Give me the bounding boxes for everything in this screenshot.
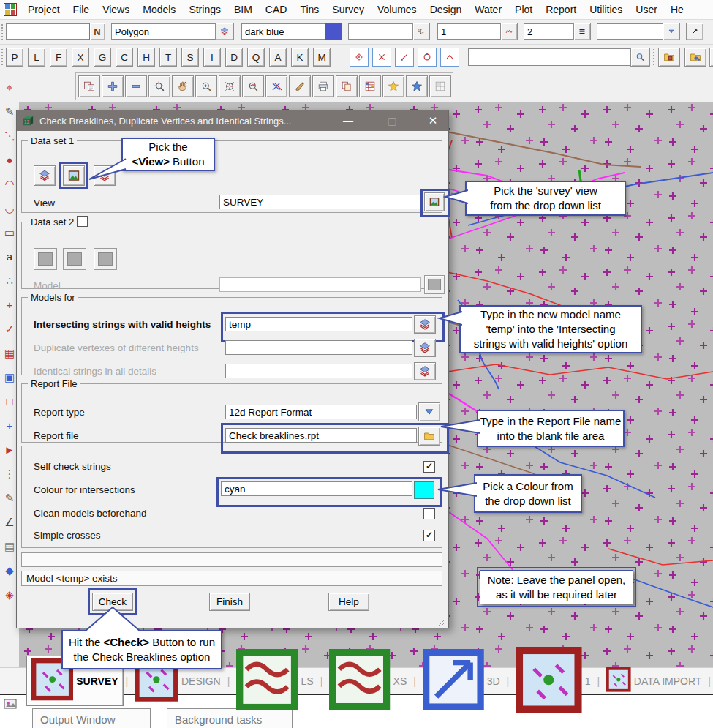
menu-water[interactable]: Water xyxy=(468,4,508,15)
pan-button[interactable] xyxy=(172,75,194,97)
finish-button[interactable]: Finish xyxy=(209,593,250,611)
snap-cross-icon[interactable] xyxy=(372,48,391,67)
letter-button-p[interactable]: P xyxy=(6,48,23,67)
panel-layout-button[interactable] xyxy=(429,75,451,97)
resize-grip[interactable] xyxy=(437,617,446,626)
z-value-field[interactable] xyxy=(348,23,418,40)
simple-crosses-checkbox[interactable]: ✓ xyxy=(423,530,435,541)
menu-design[interactable]: Design xyxy=(423,4,469,15)
dataset2-checkbox[interactable] xyxy=(77,216,88,227)
letter-button-d[interactable]: D xyxy=(225,48,243,67)
intersecting-input[interactable] xyxy=(225,317,412,331)
arrow-icon[interactable]: ► xyxy=(1,443,18,457)
string-type-chooser-icon[interactable] xyxy=(215,23,234,40)
menu-volumes[interactable]: Volumes xyxy=(371,4,423,15)
curve-icon[interactable]: ◡ xyxy=(1,201,18,215)
view-input[interactable] xyxy=(219,195,421,209)
copy-button[interactable] xyxy=(336,75,358,97)
box-icon[interactable]: ▣ xyxy=(1,370,18,384)
name-toggle-button[interactable]: N xyxy=(89,23,105,40)
tab-data-import[interactable]: DATA IMPORT xyxy=(602,665,706,697)
menu-cad[interactable]: CAD xyxy=(259,4,294,15)
snap-arc-icon[interactable] xyxy=(418,48,437,67)
string-type-field[interactable] xyxy=(111,23,221,40)
brush-button[interactable] xyxy=(289,75,311,97)
cyan-swatch-button[interactable] xyxy=(414,481,434,499)
menu-strings[interactable]: Strings xyxy=(182,4,227,15)
arc-icon[interactable]: ◠ xyxy=(1,177,18,191)
letter-button-i[interactable]: I xyxy=(203,48,221,67)
menu-report[interactable]: Report xyxy=(539,4,583,15)
letter-button-q[interactable]: Q xyxy=(247,48,265,67)
snap-curve-icon[interactable] xyxy=(440,48,459,67)
layers-icon[interactable]: ▤ xyxy=(1,539,18,553)
project-folder-icon[interactable] xyxy=(658,48,680,67)
clean-models-checkbox[interactable] xyxy=(423,508,435,519)
letter-button-c[interactable]: C xyxy=(116,48,133,67)
view-source-button[interactable] xyxy=(63,165,85,186)
search-input[interactable] xyxy=(468,48,630,66)
self-check-checkbox[interactable]: ✓ xyxy=(423,461,435,473)
segment-icon[interactable]: ⋱ xyxy=(1,129,18,143)
menu-survey[interactable]: Survey xyxy=(325,4,371,15)
menu-he[interactable]: He xyxy=(664,4,690,15)
letter-button-f[interactable]: F xyxy=(50,48,67,67)
line-weight-field[interactable] xyxy=(524,23,579,40)
snap-line-icon[interactable] xyxy=(395,48,414,67)
text-icon[interactable]: a xyxy=(1,249,18,263)
letter-button-l[interactable]: L xyxy=(28,48,45,67)
letter-button-x[interactable]: X xyxy=(72,48,89,67)
menu-project[interactable]: Project xyxy=(21,4,67,15)
tab-1[interactable]: 1 xyxy=(511,645,595,718)
print-button[interactable] xyxy=(312,75,334,97)
star-blue-button[interactable] xyxy=(406,75,428,97)
z-order-icon[interactable]: 1z xyxy=(412,23,430,40)
menu-plot[interactable]: Plot xyxy=(508,4,539,15)
folder-icon[interactable] xyxy=(709,48,713,67)
tab-3d[interactable]: 3D xyxy=(418,647,505,715)
report-file-input[interactable] xyxy=(225,428,417,443)
letter-button-a[interactable]: A xyxy=(269,48,287,67)
letter-button-k[interactable]: K xyxy=(291,48,309,67)
report-file-folder-icon[interactable] xyxy=(418,427,440,446)
colour-intersections-input[interactable] xyxy=(221,481,412,496)
frame-icon[interactable]: □ xyxy=(1,394,18,408)
snap-point-icon[interactable] xyxy=(350,48,369,67)
remove-view-button[interactable] xyxy=(125,75,147,97)
add-point-icon[interactable]: + xyxy=(1,298,18,312)
menu-models[interactable]: Models xyxy=(136,4,182,15)
zoom-previous-button[interactable] xyxy=(242,75,264,97)
tab-xs[interactable]: XS xyxy=(325,647,411,714)
image-icon[interactable] xyxy=(3,697,18,711)
letter-button-t[interactable]: T xyxy=(159,48,177,67)
eyedropper-icon[interactable] xyxy=(686,23,703,40)
tab-ls[interactable]: LS xyxy=(232,647,317,715)
angle-icon[interactable]: ∠ xyxy=(1,515,18,529)
add-view-button[interactable] xyxy=(102,75,124,97)
more-icon[interactable]: ⋮ xyxy=(1,467,18,481)
check-line-icon[interactable]: ✓ xyxy=(1,322,18,336)
dialog-title-bar[interactable]: 12 Check Breaklines, Duplicate Vertices … xyxy=(17,110,448,131)
delete-cross-button[interactable] xyxy=(265,75,287,97)
menu-file[interactable]: File xyxy=(67,4,97,15)
help-button[interactable]: Help xyxy=(328,593,369,611)
snap-mode-icon[interactable]: ◆ xyxy=(1,563,18,577)
snap-target-icon[interactable]: ⌖ xyxy=(1,80,18,94)
rectangle-icon[interactable]: ▭ xyxy=(1,225,18,239)
duplicate-model-icon[interactable] xyxy=(414,339,436,357)
tin-chooser-icon[interactable] xyxy=(500,23,518,40)
draw-icon[interactable]: ✎ xyxy=(1,105,18,119)
symbols-icon[interactable]: ◈ xyxy=(1,588,18,601)
menu-views[interactable]: Views xyxy=(96,4,136,15)
zoom-shrink-button[interactable] xyxy=(219,75,241,97)
menu-bim[interactable]: BIM xyxy=(227,4,259,15)
name-field[interactable] xyxy=(6,23,91,40)
move-icon[interactable]: + xyxy=(1,419,18,432)
menu-user[interactable]: User xyxy=(629,4,664,15)
letter-button-s[interactable]: S xyxy=(181,48,199,67)
settings-folder-icon[interactable] xyxy=(684,48,706,67)
toolbar-grip[interactable] xyxy=(653,49,657,65)
menu-utilities[interactable]: Utilities xyxy=(583,4,629,15)
pencil-icon[interactable]: ✎ xyxy=(1,491,18,505)
grid-button[interactable] xyxy=(359,75,381,97)
